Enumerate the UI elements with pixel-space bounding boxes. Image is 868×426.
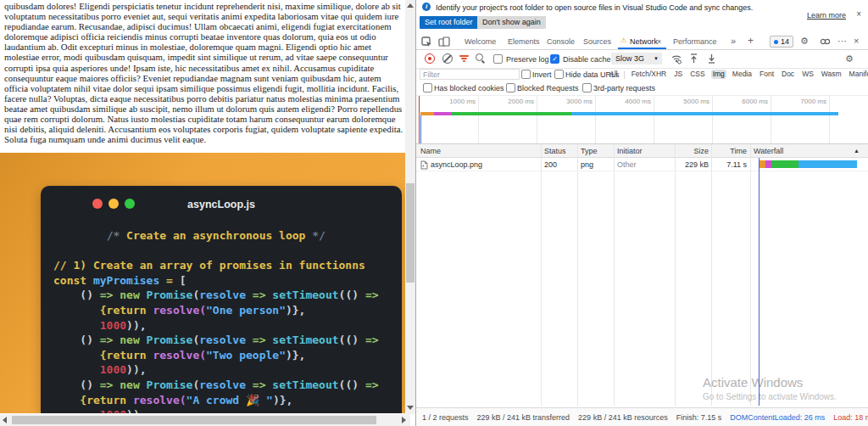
horizontal-scroll-thumb[interactable]: [12, 416, 376, 424]
column-header-time[interactable]: Time: [713, 147, 747, 155]
overflow-menu-icon[interactable]: ⋯: [837, 36, 847, 47]
code-artwork-image: asyncLoop.js /* Create an asynchronous l…: [0, 153, 405, 413]
network-settings-gear-icon[interactable]: ⚙: [845, 53, 854, 64]
more-tabs-icon[interactable]: »: [731, 36, 736, 46]
network-tab-close-icon[interactable]: ×: [657, 37, 661, 46]
filter-type-manifest[interactable]: Manifest: [848, 70, 868, 79]
preserve-log-checkbox[interactable]: [493, 54, 503, 64]
filter-type-wasm[interactable]: Wasm: [820, 70, 843, 79]
search-icon[interactable]: [476, 53, 483, 61]
filter-type-all[interactable]: All: [608, 70, 619, 79]
add-tab-icon[interactable]: +: [748, 35, 754, 47]
feedback-icon[interactable]: [820, 37, 831, 47]
filter-type-font[interactable]: Font: [758, 70, 776, 79]
column-divider[interactable]: [675, 144, 676, 406]
code-line: 1000)),: [53, 318, 379, 334]
filter-type-ws[interactable]: WS: [800, 70, 815, 79]
scroll-up-icon[interactable]: [407, 3, 414, 8]
filter-type-media[interactable]: Media: [731, 70, 754, 79]
filter-type-fetch-xhr[interactable]: Fetch/XHR: [630, 70, 669, 79]
sort-ascending-icon[interactable]: ▲: [854, 148, 860, 154]
filter-type-css[interactable]: CSS: [688, 70, 706, 79]
has-blocked-cookies-label[interactable]: Has blocked cookies: [434, 84, 504, 92]
overview-waterfall-segment: [452, 112, 571, 115]
column-header-waterfall[interactable]: Waterfall: [754, 147, 783, 155]
filter-icon[interactable]: [459, 55, 469, 57]
blocked-requests-checkbox[interactable]: [506, 83, 515, 92]
status-item: Finish: 7.15 s: [676, 413, 722, 422]
network-conditions-icon[interactable]: [670, 53, 682, 64]
code-line: 1000)),: [53, 362, 379, 378]
network-overview-timeline[interactable]: 1000 ms2000 ms3000 ms4000 ms5000 ms6000 …: [416, 95, 868, 144]
vertical-scrollbar[interactable]: [405, 0, 415, 414]
disable-cache-label[interactable]: Disable cache: [563, 55, 611, 64]
has-blocked-cookies-checkbox[interactable]: [423, 83, 432, 92]
tab-welcome[interactable]: Welcome: [465, 37, 496, 46]
record-network-log-icon[interactable]: [425, 53, 435, 64]
filter-type-doc[interactable]: Doc: [780, 70, 796, 79]
filter-type-js[interactable]: JS: [672, 70, 684, 79]
info-icon: i: [422, 3, 431, 11]
banner-close-icon[interactable]: ×: [856, 9, 861, 19]
filter-icon[interactable]: [463, 60, 465, 62]
code-line: /* Create an asynchronous loop */: [53, 228, 379, 244]
status-item: DOMContentLoaded: 26 ms: [730, 413, 825, 422]
scroll-down-icon[interactable]: [407, 406, 414, 410]
request-row[interactable]: asyncLoop.png 200 png Other 229 kB 7.11 …: [416, 158, 868, 171]
column-header-name[interactable]: Name: [420, 147, 441, 155]
filter-type-img[interactable]: Img: [711, 70, 726, 79]
column-header-size[interactable]: Size: [670, 147, 709, 155]
column-header-initiator[interactable]: Initiator: [617, 147, 643, 155]
filter-icon[interactable]: [461, 58, 467, 59]
learn-more-link[interactable]: Learn more: [807, 11, 846, 20]
timeline-gridline: [654, 96, 654, 143]
invert-label[interactable]: Invert: [532, 70, 552, 79]
code-editor-card: asyncLoop.js /* Create an asynchronous l…: [41, 186, 402, 413]
tab-network[interactable]: Network: [630, 37, 658, 46]
settings-gear-icon[interactable]: ⚙: [800, 36, 809, 47]
request-time: 7.11 s: [713, 160, 747, 169]
clear-network-log-icon[interactable]: [442, 53, 453, 64]
column-divider[interactable]: [711, 144, 712, 406]
tab-performance[interactable]: Performance: [673, 37, 717, 46]
throttling-select[interactable]: Slow 3G ▼: [611, 53, 662, 64]
column-divider[interactable]: [750, 144, 751, 406]
devtools-close-icon[interactable]: ×: [854, 36, 859, 46]
code-filename: asyncLoop.js: [41, 199, 402, 210]
hide-data-urls-checkbox[interactable]: [554, 70, 564, 79]
export-har-icon[interactable]: [706, 53, 717, 64]
status-item: 229 kB / 241 kB resources: [578, 413, 668, 422]
scroll-left-icon[interactable]: [3, 417, 7, 423]
request-type: png: [581, 160, 593, 169]
overview-waterfall-segment: [420, 112, 434, 115]
preserve-log-label[interactable]: Preserve log: [506, 55, 549, 64]
disable-cache-checkbox[interactable]: ✓: [550, 54, 559, 64]
code-line: () => new Promise(resolve => setTimeout(…: [53, 378, 379, 393]
timeline-gridline: [829, 96, 830, 143]
scroll-right-icon[interactable]: [402, 417, 406, 423]
import-har-icon[interactable]: [688, 53, 699, 64]
code-line: () => new Promise(resolve => setTimeout(…: [53, 333, 379, 348]
column-divider[interactable]: [541, 144, 542, 406]
set-root-folder-button[interactable]: Set root folder: [420, 16, 478, 29]
network-filter-input[interactable]: [420, 69, 520, 80]
dont-show-again-button[interactable]: Don't show again: [477, 16, 546, 29]
third-party-requests-checkbox[interactable]: [582, 83, 592, 92]
horizontal-scrollbar[interactable]: [0, 414, 410, 426]
column-divider[interactable]: [577, 144, 578, 406]
third-party-requests-label[interactable]: 3rd-party requests: [593, 84, 655, 92]
device-toolbar-icon[interactable]: [438, 36, 450, 48]
file-icon: [420, 160, 428, 170]
column-divider[interactable]: [614, 144, 615, 406]
blocked-requests-label[interactable]: Blocked Requests: [517, 84, 579, 92]
tab-sources[interactable]: Sources: [583, 37, 611, 46]
issues-counter-badge[interactable]: 14: [770, 36, 793, 48]
network-toolbar: Preserve log ✓ Disable cache Slow 3G ▼ ⚙: [416, 50, 868, 69]
tab-console[interactable]: Console: [547, 37, 575, 46]
tab-elements[interactable]: Elements: [508, 37, 540, 46]
invert-checkbox[interactable]: [521, 70, 531, 79]
column-header-status[interactable]: Status: [544, 147, 566, 155]
column-header-type[interactable]: Type: [581, 147, 598, 155]
vertical-scroll-thumb[interactable]: [406, 183, 415, 283]
inspect-element-icon[interactable]: [421, 36, 432, 48]
